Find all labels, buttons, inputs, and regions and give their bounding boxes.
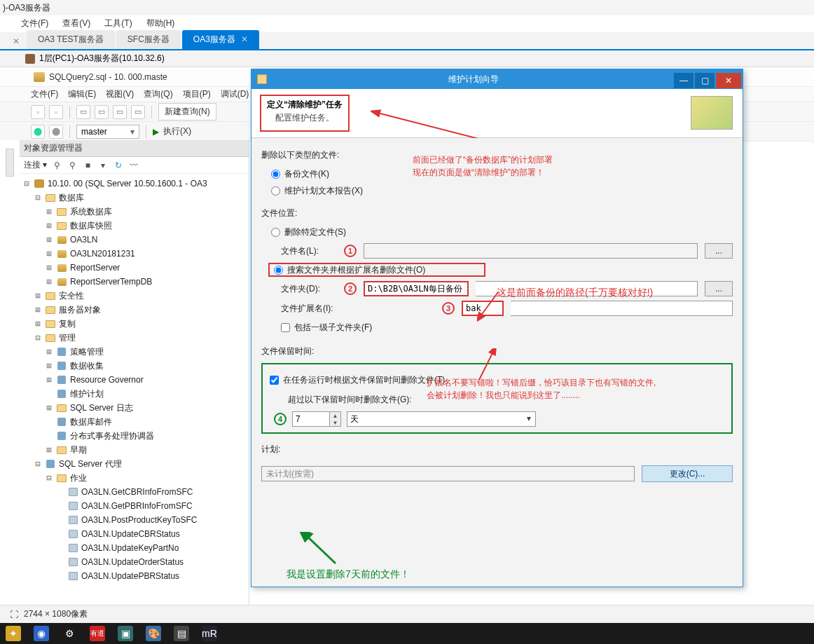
expand-icon[interactable]: ⊞	[34, 305, 42, 315]
tree-security[interactable]: 安全性	[59, 290, 84, 302]
tab-close-icon[interactable]: ✕	[241, 34, 248, 44]
extension-input-extend[interactable]	[511, 301, 733, 316]
tree-snap[interactable]: 数据库快照	[70, 220, 112, 232]
expand-icon[interactable]: ⊞	[34, 291, 42, 301]
tb-save-icon[interactable]: ▭	[113, 105, 127, 119]
tb-fwd-icon[interactable]: ◦	[49, 105, 63, 119]
tb-conn-icon[interactable]: ⬤	[31, 125, 45, 139]
expand-icon[interactable]: ⊞	[45, 221, 53, 231]
tree-job[interactable]: OA3LN.GetCBRInfoFromSFC	[81, 487, 193, 497]
taskbar-browser-icon[interactable]: ◉	[34, 626, 49, 641]
smenu-file[interactable]: 文件(F)	[31, 88, 58, 100]
tree-sysdb[interactable]: 系统数据库	[70, 206, 112, 218]
tree[interactable]: ⊟10.10. 00 (SQL Server 10.50.1600.1 - OA…	[20, 174, 249, 605]
menu-tools[interactable]: 工具(T)	[104, 18, 132, 29]
funnel-icon[interactable]: ▾	[97, 160, 109, 171]
change-button[interactable]: 更改(C)...	[642, 465, 733, 482]
checkbox-subfolders[interactable]	[281, 323, 290, 332]
tree-job[interactable]: OA3LN.GetPBRInfoFromSFC	[81, 501, 193, 511]
taskbar-app-icon[interactable]: ✦	[6, 626, 21, 641]
tree-datacol[interactable]: 数据收集	[70, 360, 104, 372]
expand-icon[interactable]: ⊞	[45, 347, 53, 357]
expand-icon[interactable]: ⊞	[45, 263, 53, 273]
collapse-icon[interactable]: ⊟	[34, 459, 42, 469]
menu-help[interactable]: 帮助(H)	[146, 18, 175, 29]
taskbar-app2-icon[interactable]: ▣	[118, 626, 133, 641]
tab-sfc[interactable]: SFC服务器	[116, 30, 181, 49]
tb-new-icon[interactable]: ▭	[76, 105, 90, 119]
tree-job[interactable]: OA3LN.UpdatePBRStatus	[81, 571, 179, 581]
tree-job[interactable]: OA3LN.UpdateOrderStatus	[81, 557, 184, 567]
menu-file[interactable]: 文件(F)	[21, 18, 48, 29]
tree-server-objects[interactable]: 服务器对象	[59, 304, 101, 316]
expand-icon[interactable]: ⊞	[45, 403, 53, 413]
tab-oa3[interactable]: OA3服务器✕	[182, 30, 259, 49]
tree-replication[interactable]: 复制	[59, 318, 76, 330]
palette-handle[interactable]	[6, 149, 14, 177]
collapse-icon[interactable]: ⊟	[22, 179, 31, 189]
tree-db-reportservertemp[interactable]: ReportServerTempDB	[70, 277, 152, 287]
tb-disc-icon[interactable]: ⬤	[49, 125, 63, 139]
smenu-edit[interactable]: 编辑(E)	[68, 88, 96, 100]
radio-search-folder[interactable]	[274, 266, 283, 275]
filter2-icon[interactable]: ⚲	[67, 160, 78, 171]
expand-icon[interactable]: ⊞	[45, 277, 53, 287]
tree-dbmail[interactable]: 数据库邮件	[70, 416, 112, 428]
tree-db-oa3ln[interactable]: OA3LN	[70, 235, 97, 245]
taskbar-youdao-icon[interactable]: 有道	[90, 626, 105, 641]
tb-open-icon[interactable]: ▭	[95, 105, 109, 119]
tree-maint[interactable]: 维护计划	[70, 388, 104, 400]
taskbar-paint-icon[interactable]: 🎨	[146, 626, 161, 641]
tb-saveall-icon[interactable]: ▭	[131, 105, 145, 119]
radio-specific-file[interactable]	[271, 228, 280, 237]
connect-button[interactable]: 连接 ▾	[24, 159, 47, 171]
menu-view[interactable]: 查看(V)	[62, 18, 90, 29]
refresh-icon[interactable]: ↻	[113, 160, 124, 171]
smenu-query[interactable]: 查询(Q)	[144, 88, 172, 100]
radio-report-files[interactable]	[271, 186, 280, 196]
retention-value[interactable]	[292, 411, 330, 427]
activity-icon[interactable]: 〰	[128, 160, 139, 171]
retention-spinner[interactable]: ▲▼	[292, 411, 341, 427]
tb-back-icon[interactable]: ◦	[31, 105, 45, 119]
tree-db-reportserver[interactable]: ReportServer	[70, 263, 120, 273]
tree-db-oa3ln2018[interactable]: OA3LN20181231	[70, 249, 135, 259]
tree-agent[interactable]: SQL Server 代理	[59, 458, 122, 470]
filter-icon[interactable]: ⚲	[51, 160, 62, 171]
extension-input[interactable]	[462, 301, 504, 316]
expand-icon[interactable]: ⊞	[34, 319, 42, 329]
tree-job[interactable]: OA3LN.PostProductKeyToSFC	[81, 515, 197, 525]
tree-resgov[interactable]: Resource Governor	[70, 375, 144, 385]
radio-backup-files[interactable]	[271, 170, 280, 179]
close-icon[interactable]: ✕	[6, 34, 27, 49]
spin-down-icon[interactable]: ▼	[330, 419, 340, 426]
expand-icon[interactable]: ⊞	[45, 375, 53, 385]
tree-management[interactable]: 管理	[59, 332, 76, 344]
expand-icon[interactable]: ⊞	[45, 249, 53, 259]
tree-dtc[interactable]: 分布式事务处理协调器	[70, 430, 154, 442]
tree-policy[interactable]: 策略管理	[70, 346, 104, 358]
expand-icon[interactable]: ⊞	[45, 361, 53, 371]
smenu-view[interactable]: 视图(V)	[106, 88, 134, 100]
close-button[interactable]: ✕	[716, 73, 741, 88]
minimize-button[interactable]: —	[674, 73, 694, 88]
expand-icon[interactable]: ⊞	[45, 207, 53, 217]
execute-button[interactable]: 执行(X)	[163, 125, 191, 137]
tab-oa3-test[interactable]: OA3 TEST服务器	[27, 30, 115, 49]
stop-icon[interactable]: ■	[82, 160, 93, 171]
expand-icon[interactable]: ⊞	[45, 445, 53, 455]
collapse-icon[interactable]: ⊟	[34, 333, 42, 343]
taskbar-remote-icon[interactable]: mR	[202, 626, 217, 641]
tree-job[interactable]: OA3LN.UpdateCBRStatus	[81, 529, 180, 539]
new-query-button[interactable]: 新建查询(N)	[158, 103, 216, 121]
tree-job[interactable]: OA3LN.UpdateKeyPartNo	[81, 543, 179, 553]
checkbox-retain[interactable]	[270, 376, 279, 385]
taskbar-app3-icon[interactable]: ▤	[174, 626, 189, 641]
maximize-button[interactable]: ▢	[695, 73, 715, 88]
tree-early[interactable]: 早期	[70, 444, 87, 456]
tree-databases[interactable]: 数据库	[59, 192, 84, 204]
folder-input[interactable]	[364, 281, 469, 296]
retention-unit-combo[interactable]: 天	[347, 411, 536, 427]
tree-logs[interactable]: SQL Server 日志	[70, 402, 133, 414]
taskbar-settings-icon[interactable]: ⚙	[62, 626, 77, 641]
